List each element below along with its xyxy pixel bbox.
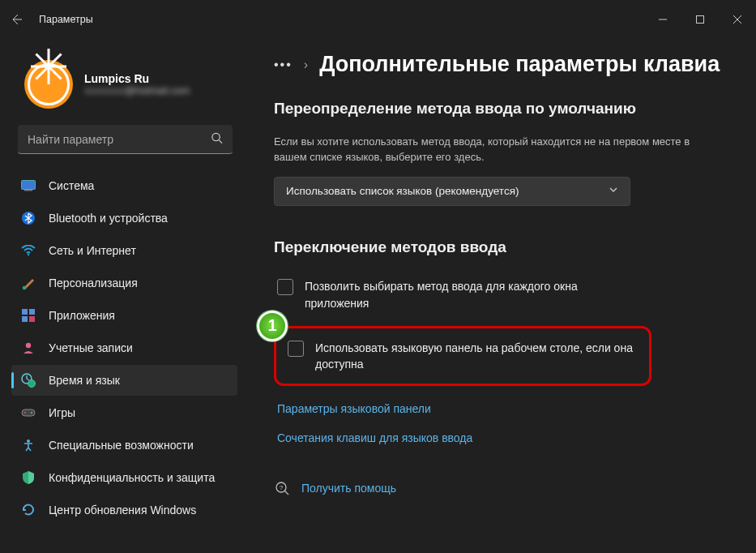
svg-rect-8 [29,309,35,315]
chevron-right-icon: › [304,58,308,72]
sidebar-item-label: Учетные записи [49,341,133,354]
checkbox-lang-bar[interactable] [288,341,304,357]
account-icon [21,341,36,355]
main-area: Lumpics Ru xxxxxxxx@hotmail.com Система … [0,39,756,553]
breadcrumb-ellipsis[interactable]: ••• [274,58,293,72]
sidebar-item-label: Персонализация [49,276,138,289]
titlebar: Параметры [0,0,756,39]
checkbox-per-window-label: Позволить выбирать метод ввода для каждо… [305,278,643,311]
section-switch-heading: Переключение методов ввода [274,237,733,258]
games-icon [21,405,36,420]
profile-email: xxxxxxxx@hotmail.com [84,85,190,96]
help-icon: ? [274,480,290,496]
search-wrap [18,125,233,154]
content: ••• › Дополнительные параметры клавиа Пе… [245,39,756,553]
page-title: Дополнительные параметры клавиа [319,52,720,77]
dropdown-value: Использовать список языков (рекомендуетс… [286,185,519,197]
maximize-icon [696,15,704,24]
highlighted-option: 1 Использовать языковую панель на рабоче… [274,326,651,387]
help-row: ? Получить помощь [274,480,733,496]
svg-rect-10 [29,316,35,322]
svg-rect-7 [22,309,28,315]
link-hotkeys[interactable]: Сочетания клавиш для языков ввода [274,423,733,452]
svg-point-16 [31,412,32,414]
svg-text:?: ? [280,484,284,491]
profile-info: Lumpics Ru xxxxxxxx@hotmail.com [84,72,190,96]
shield-icon [21,470,36,485]
svg-rect-2 [22,181,36,190]
sidebar-item-label: Специальные возможности [49,439,194,452]
search-input[interactable] [18,125,233,154]
sidebar-item-personalization[interactable]: Персонализация [11,268,237,298]
search-icon [211,132,223,148]
profile-name: Lumpics Ru [84,72,190,85]
checkbox-lang-bar-row: Использовать языковую панель на рабочем … [288,340,636,373]
minimize-icon [659,15,667,24]
avatar [24,60,73,109]
sidebar-item-privacy[interactable]: Конфиденциальность и защита [11,462,237,493]
sidebar-item-label: Игры [49,406,75,419]
sidebar-item-apps[interactable]: Приложения [11,300,237,331]
clock-globe-icon [21,373,36,388]
sidebar: Lumpics Ru xxxxxxxx@hotmail.com Система … [0,39,245,553]
input-method-dropdown[interactable]: Использовать список языков (рекомендуетс… [274,177,630,206]
svg-rect-3 [24,190,32,191]
sidebar-item-bluetooth[interactable]: Bluetooth и устройства [11,203,237,234]
breadcrumb: ••• › Дополнительные параметры клавиа [274,52,733,77]
sidebar-item-network[interactable]: Сеть и Интернет [11,235,237,266]
svg-point-17 [27,439,30,443]
window-title: Параметры [39,14,93,25]
svg-point-13 [28,380,36,388]
svg-rect-0 [697,16,704,24]
sidebar-item-label: Bluetooth и устройства [49,212,168,225]
section-override-desc: Если вы хотите использовать метод ввода,… [274,134,695,165]
sidebar-item-time-language[interactable]: Время и язык [11,365,237,396]
accessibility-icon [21,438,36,452]
arrow-left-icon [10,13,23,26]
sidebar-item-update[interactable]: Центр обновления Windows [11,495,237,525]
svg-point-1 [212,133,220,140]
sidebar-item-label: Сеть и Интернет [49,244,136,257]
chevron-down-icon [609,185,618,197]
sidebar-item-label: Конфиденциальность и защита [49,471,215,484]
close-icon [733,15,741,24]
system-icon [21,178,36,193]
svg-rect-14 [22,409,35,416]
titlebar-left: Параметры [10,13,93,26]
brush-icon [21,276,36,290]
checkbox-per-window-row: Позволить выбирать метод ввода для каждо… [274,272,647,318]
maximize-button[interactable] [681,6,719,32]
svg-point-6 [23,286,27,290]
apps-icon [21,308,36,323]
svg-point-15 [24,412,26,414]
section-override-heading: Переопределение метода ввода по умолчани… [274,98,733,119]
sidebar-item-games[interactable]: Игры [11,397,237,428]
sidebar-item-label: Центр обновления Windows [49,504,196,517]
link-lang-bar-options[interactable]: Параметры языковой панели [274,394,733,423]
sidebar-item-accessibility[interactable]: Специальные возможности [11,430,237,461]
annotation-step-badge: 1 [257,311,288,341]
checkbox-per-window[interactable] [277,279,293,295]
sidebar-item-label: Приложения [49,309,115,322]
sidebar-item-accounts[interactable]: Учетные записи [11,332,237,363]
bluetooth-icon [21,211,36,225]
sidebar-item-system[interactable]: Система [11,170,237,201]
nav-list: Система Bluetooth и устройства Сеть и Ин… [6,169,244,525]
help-link[interactable]: Получить помощь [301,482,396,495]
wifi-icon [21,243,36,258]
svg-point-11 [26,343,31,348]
svg-rect-9 [22,316,28,322]
update-icon [21,503,36,517]
back-button[interactable] [10,13,23,26]
checkbox-lang-bar-label: Использовать языковую панель на рабочем … [315,340,636,373]
profile-block[interactable]: Lumpics Ru xxxxxxxx@hotmail.com [6,42,244,125]
sidebar-item-label: Система [49,179,94,192]
window-controls [644,6,756,32]
svg-point-5 [28,254,29,255]
minimize-button[interactable] [644,6,681,32]
close-button[interactable] [719,6,756,32]
avatar-icon [28,63,70,105]
sidebar-item-label: Время и язык [49,374,120,387]
